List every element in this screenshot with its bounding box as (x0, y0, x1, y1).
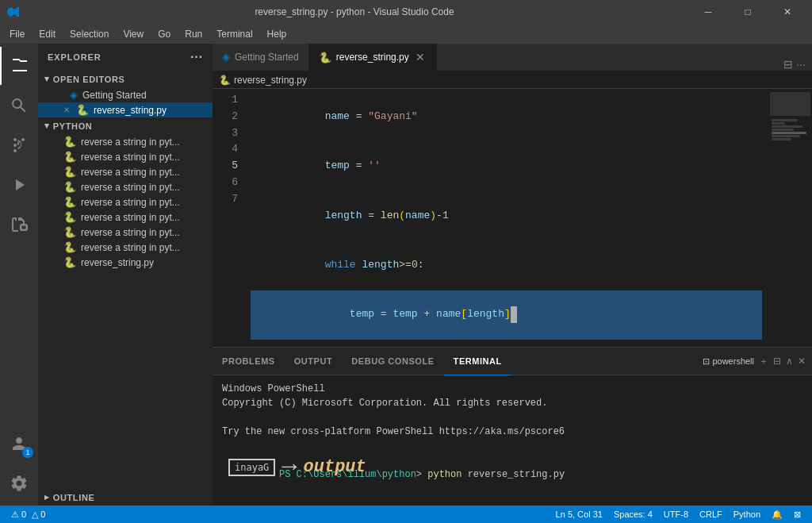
menu-run[interactable]: Run (178, 27, 209, 41)
menu-selection[interactable]: Selection (63, 27, 115, 41)
remote-status[interactable]: ⊠ (789, 510, 806, 520)
editor-area: ◈ Getting Started 🐍 reverse_string.py ✕ … (213, 44, 812, 506)
window-title: reverse_string.py - python - Visual Stud… (19, 6, 690, 17)
minimap-line (772, 119, 798, 121)
open-editors-section[interactable]: ▾ OPEN EDITORS (38, 71, 213, 87)
list-item[interactable]: 🐍 reverse a string in pyt... (38, 225, 213, 240)
code-line-4: while length>=0: (251, 240, 762, 290)
minimize-button[interactable]: ─ (690, 0, 726, 24)
terminal-line: Try the new cross-platform PowerShell ht… (222, 425, 802, 439)
panel-tab-output[interactable]: OUTPUT (285, 348, 343, 375)
menu-terminal[interactable]: Terminal (210, 27, 259, 41)
encoding-status[interactable]: UTF-8 (659, 510, 693, 519)
menu-go[interactable]: Go (151, 27, 177, 41)
statusbar-right: Ln 5, Col 31 Spaces: 4 UTF-8 CRLF Python… (551, 510, 806, 520)
list-item[interactable]: 🐍 reverse a string in pyt... (38, 149, 213, 164)
remote-icon: ⊠ (794, 510, 801, 520)
panel-tab-terminal[interactable]: TERMINAL (444, 348, 511, 375)
line-num-3: 3 (213, 125, 238, 142)
menu-edit[interactable]: Edit (33, 27, 62, 41)
close-button[interactable]: ✕ (769, 0, 806, 24)
notifications-status[interactable]: 🔔 (767, 510, 787, 520)
list-item[interactable]: 🐍 reverse a string in pyt... (38, 164, 213, 179)
py-file-7: reverse a string in pyt... (81, 227, 180, 238)
line-endings-label: CRLF (699, 510, 722, 519)
language-mode-status[interactable]: Python (729, 510, 765, 519)
error-count: 0 (21, 510, 26, 519)
py-file-1: reverse a string in pyt... (81, 137, 180, 148)
python-section-label: PYTHON (53, 121, 93, 131)
terminal-content[interactable]: Windows PowerShell Copyright (C) Microso… (213, 375, 812, 506)
line-numbers: 1 2 3 4 5 6 7 (213, 89, 244, 347)
getting-started-label: Getting Started (82, 90, 147, 101)
list-item[interactable]: 🐍 reverse a string in pyt... (38, 240, 213, 255)
split-editor-icon[interactable]: ⊟ (783, 58, 793, 71)
split-terminal-icon[interactable]: ⊟ (773, 356, 781, 367)
menubar: File Edit Selection View Go Run Terminal… (0, 24, 812, 44)
outline-section[interactable]: ▸ OUTLINE (38, 489, 213, 506)
code-editor: 🐍 reverse_string.py 1 2 3 4 5 6 7 name =… (213, 71, 812, 347)
run-debug-activity-icon[interactable] (0, 166, 38, 204)
line-num-1: 1 (213, 92, 238, 109)
sidebar-more-icon[interactable]: ··· (190, 50, 203, 64)
maximize-panel-icon[interactable]: ∧ (786, 356, 793, 367)
errors-status[interactable]: ⚠ 0 △ 0 (6, 510, 50, 520)
line-endings-status[interactable]: CRLF (695, 510, 727, 519)
sidebar-file-getting-started[interactable]: ◈ Getting Started (38, 87, 213, 102)
panel-tab-debug-console[interactable]: DEBUG CONSOLE (342, 348, 443, 375)
maximize-button[interactable]: □ (730, 0, 766, 24)
window-controls: ─ □ ✕ (690, 0, 806, 24)
tab-close-button[interactable]: ✕ (414, 51, 427, 63)
py-icon-2: 🐍 (63, 151, 76, 163)
code-lines[interactable]: name = "Gayani" temp = '' length = len(n… (244, 89, 768, 347)
line-num-5: 5 (213, 158, 238, 175)
minimap-line (772, 125, 802, 128)
explorer-label: EXPLORER (48, 52, 102, 62)
account-activity-icon[interactable]: 1 (0, 425, 38, 463)
close-panel-icon[interactable]: ✕ (798, 356, 806, 367)
py-file-8: reverse a string in pyt... (81, 242, 180, 253)
activity-bar: 1 (0, 44, 38, 506)
more-tabs-icon[interactable]: ··· (796, 58, 806, 71)
output-label: output (304, 457, 366, 477)
settings-activity-icon[interactable] (0, 464, 38, 502)
panel-tab-problems[interactable]: PROBLEMS (213, 348, 285, 375)
extensions-activity-icon[interactable] (0, 206, 38, 244)
explorer-activity-icon[interactable] (0, 47, 38, 85)
list-item[interactable]: 🐍 reverse a string in pyt... (38, 210, 213, 225)
statusbar: ⚠ 0 △ 0 Ln 5, Col 31 Spaces: 4 UTF-8 CRL… (0, 506, 812, 523)
spaces-label: Spaces: 4 (614, 510, 653, 519)
menu-view[interactable]: View (117, 27, 150, 41)
tab-reverse-string[interactable]: 🐍 reverse_string.py ✕ (309, 44, 437, 71)
py-icon-6: 🐍 (63, 211, 76, 223)
minimap-line (772, 138, 791, 140)
tab-getting-started[interactable]: ◈ Getting Started (213, 44, 309, 71)
list-item[interactable]: 🐍 reverse a string in pyt... (38, 134, 213, 149)
terminal-panel: PROBLEMS OUTPUT DEBUG CONSOLE TERMINAL ⊡… (213, 347, 812, 506)
menu-file[interactable]: File (3, 27, 31, 41)
getting-started-tab-label: Getting Started (235, 52, 299, 63)
line-num-7: 7 (213, 191, 238, 208)
warning-icon: △ (32, 510, 38, 520)
sidebar-file-reverse-string-single[interactable]: 🐍 reverse_string.py (38, 255, 213, 270)
python-section[interactable]: ▾ PYTHON (38, 117, 213, 134)
list-item[interactable]: 🐍 reverse a string in pyt... (38, 194, 213, 210)
activity-bar-bottom: 1 (0, 425, 38, 506)
search-activity-icon[interactable] (0, 87, 38, 125)
py-file-3: reverse a string in pyt... (81, 167, 180, 178)
output-value-box: inayaG (228, 459, 275, 476)
code-line-5: temp = temp + name[length] (251, 290, 762, 340)
spaces-status[interactable]: Spaces: 4 (609, 510, 657, 519)
add-terminal-icon[interactable]: ＋ (759, 355, 768, 368)
py-icon-5: 🐍 (63, 196, 76, 208)
list-item[interactable]: 🐍 reverse a string in pyt... (38, 179, 213, 194)
sidebar-file-reverse-string[interactable]: ✕ 🐍 reverse_string.py (38, 102, 213, 117)
menu-help[interactable]: Help (261, 27, 293, 41)
py-icon-4: 🐍 (63, 181, 76, 193)
python-tab-icon: 🐍 (319, 52, 331, 63)
source-control-activity-icon[interactable] (0, 126, 38, 164)
py-icon-3: 🐍 (63, 166, 76, 178)
close-file-icon[interactable]: ✕ (63, 106, 70, 114)
cursor-position-status[interactable]: Ln 5, Col 31 (551, 510, 607, 519)
titlebar: reverse_string.py - python - Visual Stud… (0, 0, 812, 24)
